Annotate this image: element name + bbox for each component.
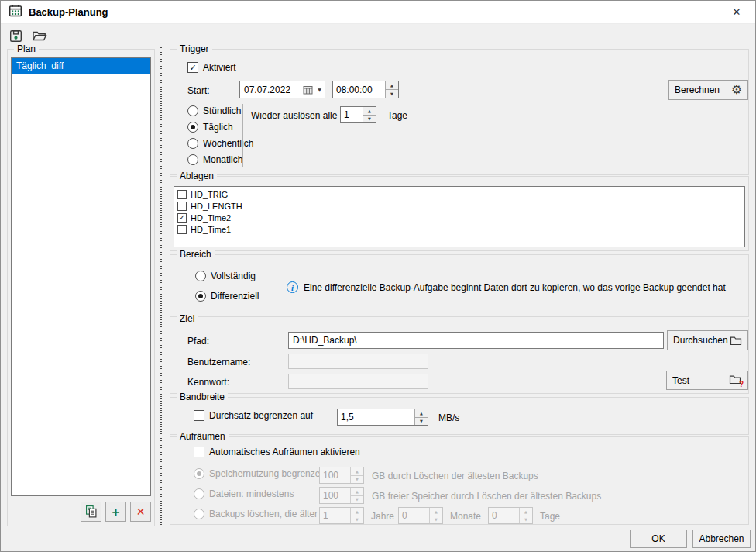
ablagen-group-label: Ablagen	[177, 171, 217, 181]
monate-spinner: 0 ▲▼	[398, 507, 443, 524]
woechentlich-radio[interactable]	[187, 138, 198, 149]
ablage-item[interactable]: HD_Time1	[177, 223, 741, 235]
differenziell-radio[interactable]	[195, 291, 206, 302]
calendar-dropdown-icon	[303, 85, 313, 95]
ablagen-list[interactable]: HD_TRIG HD_LENGTH ✓ HD_Time2 HD_Time1	[174, 186, 745, 247]
speichernutzung-spinner: 100 ▲▼	[319, 467, 364, 484]
arrow-up-icon[interactable]: ▲	[386, 81, 398, 89]
toolbar	[6, 26, 49, 45]
interval-taeglich-row[interactable]: Täglich	[187, 122, 233, 133]
ablage-checkbox[interactable]	[177, 190, 187, 199]
trigger-group-label: Trigger	[177, 43, 212, 54]
taeglich-radio[interactable]	[187, 122, 198, 133]
speichernutzung-suffix: GB durch Löschen der ältesten Backups	[372, 471, 538, 481]
dateien-spinner: 100 ▲▼	[319, 487, 364, 504]
delete-plan-button[interactable]: ✕	[130, 502, 151, 522]
aufraeumen-group: Aufräumen Automatisches Aufräumen aktivi…	[170, 436, 749, 525]
repeat-value: 1	[341, 107, 363, 122]
differenziell-row[interactable]: Differenziell	[195, 291, 259, 302]
arrow-down-icon[interactable]: ▼	[415, 417, 428, 426]
plan-list[interactable]: Täglich_diff	[11, 57, 151, 496]
auto-aufraeumen-checkbox[interactable]	[194, 447, 204, 457]
vollstaendig-row[interactable]: Vollständig	[195, 271, 256, 281]
arrow-up-icon[interactable]: ▲	[415, 409, 428, 417]
woechentlich-label: Wöchentlich	[203, 138, 253, 149]
start-time-spinner[interactable]: 08:00:00 ▲ ▼	[332, 81, 399, 98]
interval-monatlich-row[interactable]: Monatlich	[187, 154, 242, 165]
durchsuchen-button[interactable]: Durchsuchen	[667, 330, 748, 350]
add-plan-button[interactable]: +	[105, 502, 126, 522]
chevron-down-icon: ▼	[314, 87, 325, 92]
close-button[interactable]: ✕	[726, 3, 747, 22]
bandbreite-group: Bandbreite Durchsatz begrenzen auf 1,5 ▲…	[170, 397, 749, 435]
berechnen-button[interactable]: Berechnen ⚙	[668, 80, 748, 100]
copy-icon	[84, 505, 98, 519]
ablage-item[interactable]: ✓ HD_Time2	[177, 212, 741, 223]
tage-label: Tage	[540, 511, 560, 522]
durchsatz-label: Durchsatz begrenzen auf	[209, 410, 313, 421]
copy-plan-button[interactable]	[81, 502, 101, 522]
test-button[interactable]: Test ?	[666, 371, 748, 390]
monatlich-label: Monatlich	[203, 154, 242, 165]
durchsatz-checkbox[interactable]	[194, 410, 204, 421]
aktiviert-checkbox-row[interactable]: ✓ Aktiviert	[187, 62, 236, 73]
interval-stuendlich-row[interactable]: Stündlich	[187, 105, 241, 116]
arrow-down-icon[interactable]: ▼	[363, 115, 376, 123]
tage-value: 0	[489, 508, 519, 523]
alter-radio	[194, 509, 204, 519]
info-icon: i	[287, 281, 298, 293]
arrow-up-icon[interactable]: ▲	[363, 107, 376, 115]
spinner-arrows[interactable]: ▲ ▼	[363, 107, 376, 122]
ziel-group-label: Ziel	[177, 313, 198, 324]
ablage-item[interactable]: HD_TRIG	[177, 188, 741, 200]
vollstaendig-radio[interactable]	[195, 271, 206, 281]
bereich-group-label: Bereich	[177, 249, 215, 260]
ablage-label: HD_Time1	[191, 225, 231, 234]
pfad-input[interactable]	[288, 332, 664, 349]
ziel-group: Ziel Pfad: Durchsuchen Benutzername: Ken…	[170, 319, 749, 394]
open-plan-button[interactable]	[30, 26, 49, 45]
monatlich-radio[interactable]	[187, 154, 198, 165]
kennwort-input	[288, 374, 428, 389]
dateien-value: 100	[320, 488, 350, 503]
panel-splitter[interactable]	[160, 47, 162, 526]
start-date-picker[interactable]: 07.07.2022 ▼	[239, 81, 325, 98]
ok-button[interactable]: OK	[630, 530, 687, 548]
stuendlich-radio[interactable]	[187, 105, 198, 116]
ablage-checkbox[interactable]: ✓	[177, 213, 187, 223]
repeat-spinner[interactable]: 1 ▲ ▼	[340, 106, 376, 123]
differenziell-label: Differenziell	[211, 291, 259, 302]
cancel-button[interactable]: Abbrechen	[692, 530, 751, 548]
speichernutzung-radio	[194, 468, 204, 479]
durchsatz-spinner[interactable]: 1,5 ▲ ▼	[337, 409, 428, 426]
plan-list-item[interactable]: Täglich_diff	[12, 58, 150, 74]
spinner-arrows[interactable]: ▲ ▼	[414, 409, 428, 425]
durchsuchen-label: Durchsuchen	[673, 335, 728, 346]
arrow-down-icon: ▼	[430, 516, 442, 524]
ablage-checkbox[interactable]	[177, 202, 187, 211]
ablage-checkbox[interactable]	[177, 225, 187, 234]
arrow-up-icon: ▲	[351, 488, 363, 495]
durchsatz-value: 1,5	[338, 409, 414, 425]
auto-aufraeumen-row[interactable]: Automatisches Aufräumen aktivieren	[194, 447, 360, 457]
arrow-down-icon[interactable]: ▼	[386, 89, 398, 98]
interval-divider	[242, 104, 243, 167]
bereich-group: Bereich Vollständig Differenziell i Eine…	[170, 254, 749, 317]
taeglich-label: Täglich	[203, 122, 233, 133]
arrow-up-icon: ▲	[430, 508, 442, 516]
delete-icon: ✕	[136, 506, 146, 517]
arrow-down-icon: ▼	[351, 516, 363, 524]
durchsatz-checkbox-row[interactable]: Durchsatz begrenzen auf	[194, 410, 313, 421]
interval-woechentlich-row[interactable]: Wöchentlich	[187, 138, 253, 149]
title-bar: Backup-Planung ✕	[1, 1, 755, 24]
monate-label: Monate	[450, 511, 481, 522]
ablage-label: HD_Time2	[191, 213, 231, 223]
ablage-item[interactable]: HD_LENGTH	[177, 200, 741, 212]
aktiviert-checkbox[interactable]: ✓	[187, 62, 198, 73]
monate-value: 0	[399, 508, 429, 523]
spinner-arrows[interactable]: ▲ ▼	[385, 81, 398, 98]
save-button[interactable]	[6, 26, 25, 45]
plus-icon: +	[112, 505, 120, 519]
plan-group: Plan Täglich_diff + ✕	[7, 49, 155, 526]
auto-aufraeumen-label: Automatisches Aufräumen aktivieren	[209, 447, 360, 457]
